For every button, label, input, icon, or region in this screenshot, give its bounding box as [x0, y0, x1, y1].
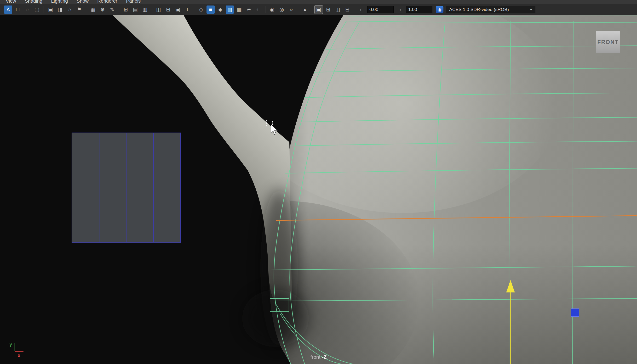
chevron-down-icon: ▼	[529, 8, 533, 12]
pan-zoom-2d-icon[interactable]: ⊕	[99, 6, 107, 14]
render-snapshot-disabled-icon[interactable]: ◌	[23, 6, 31, 14]
polygon-plane-object[interactable]	[72, 133, 180, 243]
marquee-select-icon[interactable]: □	[14, 6, 22, 14]
single-pane-layout-icon[interactable]: ▣	[314, 6, 323, 14]
field-chart-icon[interactable]: ⊟	[164, 6, 172, 14]
viewport-canvas[interactable]: y x	[0, 0, 637, 364]
color-management-toggle[interactable]: ◉	[436, 6, 443, 13]
safe-title-icon[interactable]: T	[183, 6, 191, 14]
camera-home-icon[interactable]: ⌂	[66, 6, 74, 14]
grease-pencil-icon[interactable]: ✎	[108, 6, 116, 14]
select-highlight-icon[interactable]: A	[4, 6, 12, 14]
snap-disabled-icon[interactable]: ▢	[33, 6, 41, 14]
camera-select-icon[interactable]: ▣	[47, 6, 55, 14]
two-pane-side-layout-icon[interactable]: ◫	[334, 6, 342, 14]
smooth-shade-mode-icon[interactable]: ■	[206, 6, 215, 14]
two-pane-stacked-layout-icon[interactable]: ⊟	[343, 6, 352, 14]
color-space-dropdown[interactable]: ACES 1.0 SDR-video (sRGB) ▼	[446, 6, 535, 14]
xray-joints-icon[interactable]: ○	[287, 6, 295, 14]
menu-item-shading[interactable]: Shading	[25, 0, 42, 4]
camera-name-prefix: front	[310, 354, 321, 360]
image-plane-icon[interactable]: ▦	[89, 6, 97, 14]
textured-mode-icon[interactable]: ▨	[226, 6, 234, 14]
toolbar-divider	[44, 6, 44, 13]
camera-lock-icon[interactable]: ◨	[56, 6, 64, 14]
gamma-input[interactable]	[406, 6, 432, 13]
axis-y-label: y	[10, 342, 12, 347]
menu-item-panels[interactable]: Panels	[126, 0, 141, 4]
xray-mode-icon[interactable]: ◎	[278, 6, 286, 14]
menu-item-view[interactable]: View	[6, 0, 16, 4]
toolbar-divider	[86, 6, 86, 13]
checker-texture-icon[interactable]: ▩	[235, 6, 243, 14]
menu-item-show[interactable]: Show	[77, 0, 89, 4]
camera-bookmark-icon[interactable]: ⚑	[75, 6, 83, 14]
front-view-label: FRONT	[596, 31, 620, 53]
four-pane-layout-icon[interactable]: ⊞	[324, 6, 332, 14]
exposure-icon[interactable]: ◐	[357, 6, 365, 14]
color-space-value: ACES 1.0 SDR-video (sRGB)	[449, 7, 509, 12]
gamma-icon[interactable]: ◑	[396, 6, 404, 14]
shadows-icon[interactable]: ☾	[254, 6, 262, 14]
gate-mask-icon[interactable]: ◫	[155, 6, 163, 14]
toolbar-divider	[152, 6, 152, 13]
resolution-gate-icon[interactable]: ▥	[141, 6, 149, 14]
camera-name-label: front-Z	[0, 354, 637, 360]
film-gate-icon[interactable]: ▤	[131, 6, 139, 14]
wireframe-mode-icon[interactable]: ◇	[197, 6, 205, 14]
menu-item-renderer[interactable]: Renderer	[97, 0, 117, 4]
blue-handle-square[interactable]	[571, 309, 579, 316]
safe-action-icon[interactable]: ▣	[174, 6, 182, 14]
toolbar-divider	[298, 6, 298, 13]
exposure-input[interactable]	[367, 6, 394, 13]
grid-toggle-icon[interactable]: ⊞	[122, 6, 130, 14]
toolbar-divider	[265, 6, 265, 13]
default-material-icon[interactable]: ◆	[216, 6, 224, 14]
panel-toolbar: A□◌▢▣◨⌂⚑▦⊕✎⊞▤▥◫⊟▣T◇■◆▨▩☀☾◉◎○▲▣⊞◫⊟ ◐ ◑ ◉ …	[0, 4, 637, 15]
use-all-lights-icon[interactable]: ☀	[245, 6, 253, 14]
toolbar-divider	[194, 6, 194, 13]
toolbar-icon-strip: A□◌▢▣◨⌂⚑▦⊕✎⊞▤▥◫⊟▣T◇■◆▨▩☀☾◉◎○▲▣⊞◫⊟	[3, 6, 352, 14]
selection-highlight-toggle-icon[interactable]: ▲	[301, 6, 309, 14]
camera-name-axis: -Z	[322, 354, 327, 360]
toolbar-divider	[312, 6, 312, 13]
panel-menu-bar: View Shading Lighting Show Renderer Pane…	[0, 0, 637, 4]
isolate-select-icon[interactable]: ◉	[268, 6, 276, 14]
menu-item-lighting[interactable]: Lighting	[51, 0, 68, 4]
maya-panel-window: y x View Shading Lighting Show Renderer …	[0, 0, 637, 364]
toolbar-divider	[119, 6, 119, 13]
toolbar-divider	[354, 6, 354, 13]
